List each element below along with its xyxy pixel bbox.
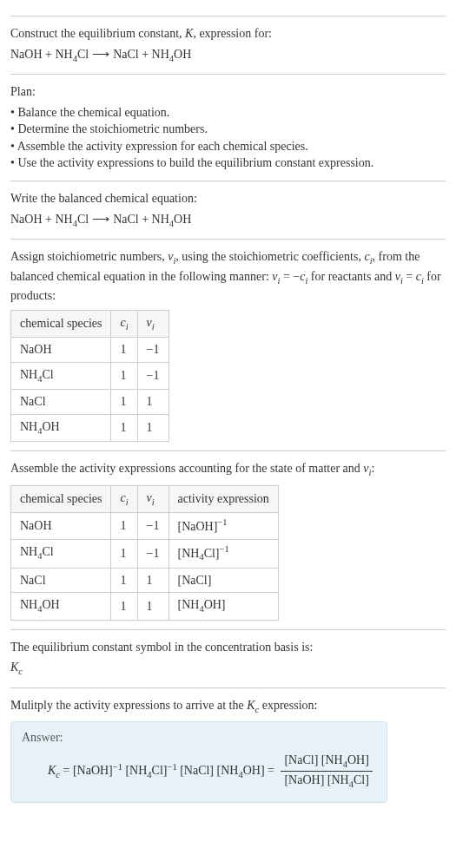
cell-species: NaOH — [11, 338, 111, 363]
intro-section: Construct the equilibrium constant, K, e… — [10, 16, 446, 65]
cell-ci: 1 — [111, 539, 137, 568]
final-text: Mulitply the activity expressions to arr… — [10, 697, 446, 716]
cell-vi: 1 — [137, 414, 169, 441]
cell-vi: 1 — [137, 390, 169, 415]
answer-numerator: [NaCl] [NH4OH] — [281, 752, 372, 772]
balanced-equation: NaOH + NH4Cl ⟶ NaCl + NH4OH — [10, 211, 446, 230]
cell-species: NH4OH — [11, 414, 111, 441]
col-vi: νi — [137, 310, 169, 337]
plan-item: Balance the chemical equation. — [10, 104, 446, 122]
cell-species: NaOH — [11, 513, 111, 539]
cell-species: NaCl — [11, 390, 111, 415]
stoich-table: chemical species ci νi NaOH 1 −1 NH4Cl 1… — [10, 310, 169, 443]
plan-item: Determine the stoichiometric numbers. — [10, 121, 446, 138]
table-row: NaCl 1 1 — [11, 390, 169, 415]
cell-vi: 1 — [137, 568, 169, 593]
col-species: chemical species — [11, 310, 111, 337]
cell-species: NH4Cl — [11, 362, 111, 389]
balanced-section: Write the balanced chemical equation: Na… — [10, 181, 446, 230]
answer-label: Answer: — [22, 729, 376, 746]
balanced-heading: Write the balanced chemical equation: — [10, 190, 446, 207]
answer-denominator: [NaOH] [NH4Cl] — [281, 772, 372, 791]
intro-equation: NaOH + NH4Cl ⟶ NaCl + NH4OH — [10, 46, 446, 65]
col-species: chemical species — [11, 485, 111, 512]
table-row: NH4Cl 1 −1 — [11, 362, 169, 389]
table-row: NaOH 1 −1 [NaOH]−1 — [11, 513, 279, 539]
table-row: NaOH 1 −1 — [11, 338, 169, 363]
cell-ci: 1 — [111, 390, 137, 415]
plan-item: Assemble the activity expression for eac… — [10, 138, 446, 155]
cell-ci: 1 — [111, 568, 137, 593]
cell-ci: 1 — [111, 414, 137, 441]
plan-item: Use the activity expressions to build th… — [10, 155, 446, 172]
col-ci: ci — [111, 310, 137, 337]
cell-species: NH4Cl — [11, 539, 111, 568]
table-row: NH4OH 1 1 — [11, 414, 169, 441]
symbol-text: The equilibrium constant symbol in the c… — [10, 639, 446, 656]
intro-line1: Construct the equilibrium constant, K, e… — [10, 25, 446, 43]
col-ci: ci — [111, 485, 137, 512]
table-header-row: chemical species ci νi — [11, 310, 169, 337]
stoich-text: Assign stoichiometric numbers, νi, using… — [10, 248, 446, 305]
activity-section: Assemble the activity expressions accoun… — [10, 450, 446, 620]
symbol-value: Kc — [10, 659, 446, 678]
cell-expr: [NaOH]−1 — [169, 513, 278, 539]
activity-text: Assemble the activity expressions accoun… — [10, 460, 446, 479]
cell-species: NaCl — [11, 568, 111, 593]
stoich-section: Assign stoichiometric numbers, νi, using… — [10, 239, 446, 442]
cell-expr: [NH4OH] — [169, 593, 278, 620]
cell-vi: −1 — [137, 338, 169, 363]
final-section: Mulitply the activity expressions to arr… — [10, 687, 446, 808]
table-header-row: chemical species ci νi activity expressi… — [11, 485, 279, 512]
cell-vi: −1 — [137, 539, 169, 568]
table-row: NH4OH 1 1 [NH4OH] — [11, 593, 279, 620]
plan-list: Balance the chemical equation. Determine… — [10, 104, 446, 172]
plan-heading: Plan: — [10, 83, 446, 101]
cell-ci: 1 — [111, 513, 137, 539]
cell-ci: 1 — [111, 362, 137, 389]
cell-ci: 1 — [111, 338, 137, 363]
symbol-section: The equilibrium constant symbol in the c… — [10, 629, 446, 679]
col-vi: νi — [137, 485, 169, 512]
cell-expr: [NH4Cl]−1 — [169, 539, 278, 568]
cell-species: NH4OH — [11, 593, 111, 620]
activity-table: chemical species ci νi activity expressi… — [10, 485, 279, 621]
plan-section: Plan: Balance the chemical equation. Det… — [10, 74, 446, 172]
answer-expression: Kc = [NaOH]−1 [NH4Cl]−1 [NaCl] [NH4OH] =… — [22, 752, 376, 792]
cell-vi: −1 — [137, 513, 169, 539]
cell-expr: [NaCl] — [169, 568, 278, 593]
table-row: NaCl 1 1 [NaCl] — [11, 568, 279, 593]
cell-vi: 1 — [137, 593, 169, 620]
cell-vi: −1 — [137, 362, 169, 389]
answer-box: Answer: Kc = [NaOH]−1 [NH4Cl]−1 [NaCl] [… — [10, 721, 387, 803]
col-expr: activity expression — [169, 485, 278, 512]
cell-ci: 1 — [111, 593, 137, 620]
table-row: NH4Cl 1 −1 [NH4Cl]−1 — [11, 539, 279, 568]
